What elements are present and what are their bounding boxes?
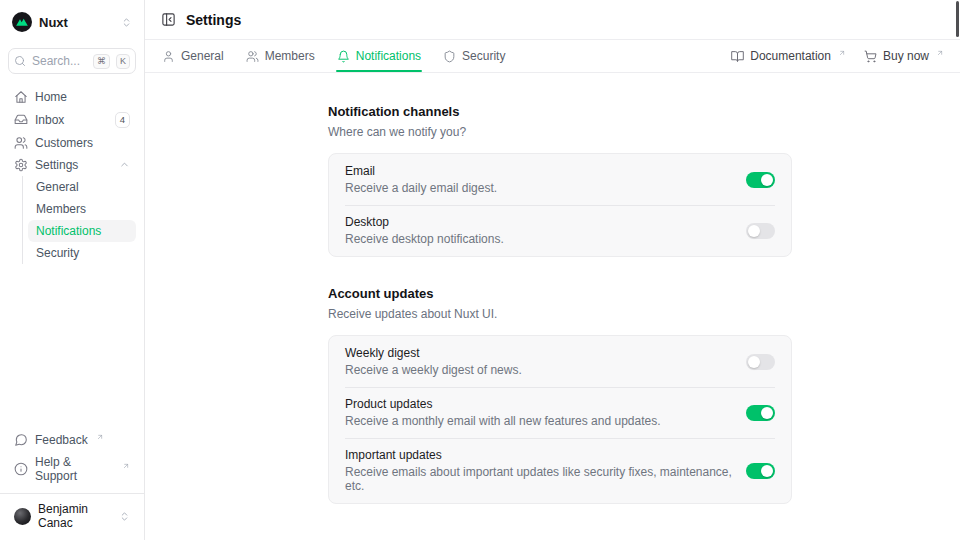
tab-security[interactable]: Security	[442, 40, 506, 72]
page-header: Settings	[145, 0, 960, 40]
section-description: Where can we notify you?	[328, 125, 792, 139]
tab-general[interactable]: General	[161, 40, 225, 72]
setting-row-desktop: Desktop Receive desktop notifications.	[329, 205, 791, 256]
external-link-icon	[936, 49, 944, 57]
documentation-link[interactable]: Documentation	[731, 49, 846, 63]
scrollbar-thumb[interactable]	[956, 1, 959, 37]
user-name: Benjamin Canac	[38, 502, 112, 530]
sidebar-subitem-members[interactable]: Members	[28, 198, 136, 220]
setting-label: Desktop	[345, 215, 504, 229]
external-link-icon	[838, 49, 846, 57]
sidebar-subitem-label: General	[36, 180, 79, 194]
section-notification-channels: Notification channels Where can we notif…	[328, 104, 792, 257]
avatar	[14, 508, 31, 525]
kbd-k: K	[116, 54, 130, 69]
gear-icon	[14, 158, 28, 172]
message-circle-icon	[14, 433, 28, 447]
setting-description: Receive desktop notifications.	[345, 232, 504, 246]
info-circle-icon	[14, 462, 28, 476]
section-title: Notification channels	[328, 104, 792, 119]
setting-description: Receive emails about important updates l…	[345, 465, 734, 493]
sidebar-item-inbox[interactable]: Inbox 4	[8, 108, 136, 132]
section-description: Receive updates about Nuxt UI.	[328, 307, 792, 321]
workspace-switcher[interactable]: Nuxt	[8, 8, 136, 36]
users-icon	[246, 50, 259, 63]
setting-row-email: Email Receive a daily email digest.	[329, 154, 791, 205]
header-link-label: Buy now	[883, 49, 929, 63]
feedback-link[interactable]: Feedback	[8, 429, 136, 451]
workspace-name: Nuxt	[39, 15, 68, 30]
weekly-digest-toggle[interactable]	[746, 354, 775, 370]
external-link-icon	[96, 433, 104, 441]
help-support-link[interactable]: Help & Support	[8, 451, 136, 487]
setting-label: Weekly digest	[345, 346, 522, 360]
chevrons-up-down-icon	[119, 511, 130, 522]
tab-label: Notifications	[356, 49, 421, 63]
user-icon	[162, 50, 175, 63]
email-toggle[interactable]	[746, 172, 775, 188]
tabbar: General Members Notifications Security	[145, 40, 960, 73]
setting-description: Receive a daily email digest.	[345, 181, 497, 195]
tab-label: General	[181, 49, 224, 63]
user-menu[interactable]: Benjamin Canac	[8, 494, 136, 532]
search-icon	[14, 55, 26, 67]
setting-row-weekly-digest: Weekly digest Receive a weekly digest of…	[329, 336, 791, 387]
sidebar-item-home[interactable]: Home	[8, 86, 136, 108]
footer-item-label: Feedback	[35, 433, 88, 447]
setting-label: Product updates	[345, 397, 661, 411]
tab-members[interactable]: Members	[245, 40, 316, 72]
settings-subnav: General Members Notifications Security	[22, 176, 136, 264]
important-updates-toggle[interactable]	[746, 463, 775, 479]
sidebar-collapse-button[interactable]	[161, 12, 176, 27]
sidebar-subitem-security[interactable]: Security	[28, 242, 136, 264]
setting-description: Receive a weekly digest of news.	[345, 363, 522, 377]
settings-content: Notification channels Where can we notif…	[145, 74, 960, 540]
sidebar-item-settings[interactable]: Settings	[8, 154, 136, 176]
buy-now-link[interactable]: Buy now	[864, 49, 944, 63]
book-open-icon	[731, 50, 744, 63]
home-icon	[14, 90, 28, 104]
shield-icon	[443, 50, 456, 63]
external-link-icon	[122, 462, 130, 470]
tabs: General Members Notifications Security	[161, 40, 506, 72]
product-updates-toggle[interactable]	[746, 405, 775, 421]
search-placeholder: Search...	[32, 54, 87, 68]
sidebar-item-customers[interactable]: Customers	[8, 132, 136, 154]
section-title: Account updates	[328, 286, 792, 301]
sidebar-item-label: Home	[35, 90, 67, 104]
desktop-toggle[interactable]	[746, 223, 775, 239]
inbox-icon	[14, 113, 28, 127]
sidebar-subitem-general[interactable]: General	[28, 176, 136, 198]
sidebar-footer: Feedback Help & Support Benjamin Canac	[8, 429, 136, 532]
footer-item-label: Help & Support	[35, 455, 114, 483]
chevron-up-icon	[119, 159, 130, 170]
setting-label: Email	[345, 164, 497, 178]
account-updates-card: Weekly digest Receive a weekly digest of…	[328, 335, 792, 504]
sidebar: Nuxt Search... ⌘ K Home Inbox 4	[0, 0, 145, 540]
sidebar-item-label: Inbox	[35, 113, 64, 127]
sidebar-subitem-label: Members	[36, 202, 86, 216]
section-account-updates: Account updates Receive updates about Nu…	[328, 286, 792, 504]
setting-row-product-updates: Product updates Receive a monthly email …	[329, 387, 791, 438]
sidebar-item-label: Settings	[35, 158, 78, 172]
sidebar-subitem-label: Security	[36, 246, 79, 260]
search-input[interactable]: Search... ⌘ K	[8, 48, 136, 74]
shopping-cart-icon	[864, 50, 877, 63]
tab-notifications[interactable]: Notifications	[336, 40, 422, 72]
kbd-cmd: ⌘	[93, 54, 110, 69]
tab-label: Members	[265, 49, 315, 63]
sidebar-item-label: Customers	[35, 136, 93, 150]
sidebar-subitem-notifications[interactable]: Notifications	[28, 220, 136, 242]
header-links: Documentation Buy now	[731, 40, 944, 72]
nuxt-logo-icon	[12, 12, 32, 32]
page-title: Settings	[186, 12, 241, 28]
setting-label: Important updates	[345, 448, 734, 462]
setting-description: Receive a monthly email with all new fea…	[345, 414, 661, 428]
chevrons-up-down-icon	[121, 17, 132, 28]
users-icon	[14, 136, 28, 150]
sidebar-nav: Home Inbox 4 Customers Settings	[8, 86, 136, 264]
main-panel: Settings General Members Notifications	[145, 0, 960, 540]
bell-icon	[337, 50, 350, 63]
sidebar-subitem-label: Notifications	[36, 224, 101, 238]
header-link-label: Documentation	[750, 49, 831, 63]
